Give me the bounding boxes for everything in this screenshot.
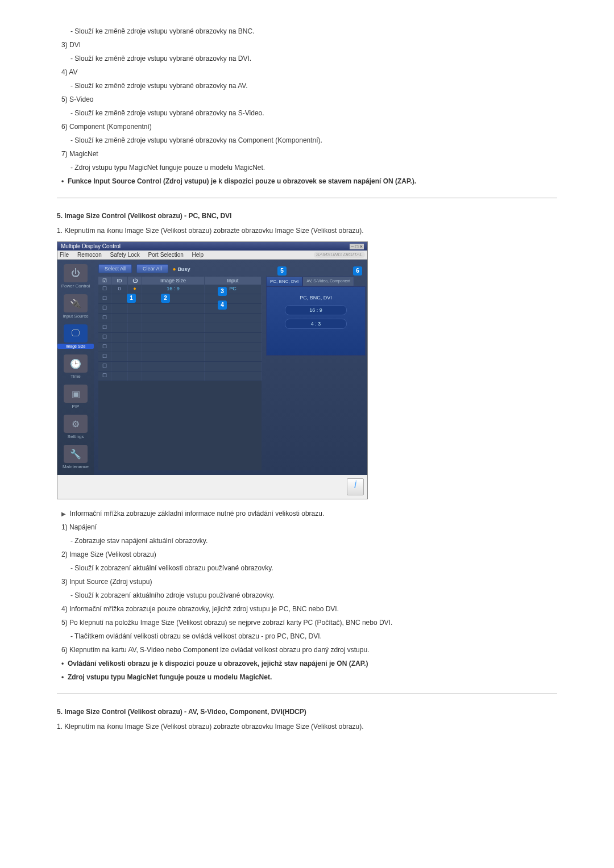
section-5a-step: 1. Klepnutím na ikonu Image Size (Veliko… (57, 226, 557, 236)
item-5: 5) Po klepnutí na položku Image Size (Ve… (57, 617, 557, 628)
text: - Zdroj vstupu typu MagicNet funguje pou… (57, 162, 557, 173)
text: - Slouží ke změně zdroje vstupu vybrané … (57, 135, 557, 145)
text: - Zobrazuje stav napájení aktuální obraz… (57, 536, 557, 546)
menu-file[interactable]: File (60, 252, 69, 258)
time-icon: 🕒 (64, 354, 88, 373)
triangle-icon: ▶ (61, 511, 66, 517)
window-title: Multiple Display Control (61, 243, 121, 249)
callout-3: 3 (218, 287, 227, 296)
tab-pc-bnc-dvi[interactable]: PC, BNC, DVI (266, 277, 302, 286)
sidebar-item-image-size[interactable]: 🖵Image Size (57, 324, 94, 349)
col-input: Input (205, 277, 262, 285)
col-id: ID (111, 277, 128, 285)
table-row[interactable]: ☐ (98, 314, 262, 323)
table-row[interactable]: ☐ (98, 362, 262, 372)
busy-indicator: ● Busy (173, 266, 190, 272)
bottom-list: 1) Napájení - Zobrazuje stav napájení ak… (57, 522, 557, 682)
callout-6: 6 (353, 266, 362, 276)
text: - Slouží ke změně zdroje vstupu vybrané … (57, 108, 557, 118)
ratio-4-3-button[interactable]: 4 : 3 (285, 319, 347, 329)
text: - Slouží k zobrazení aktuální velikosti … (57, 563, 557, 573)
callout-5: 5 (277, 266, 287, 276)
col-check[interactable]: ☑ (98, 277, 111, 285)
top-list: - Slouží ke změně zdroje vstupu vybrané … (57, 26, 557, 186)
col-power: ⏻ (128, 277, 142, 285)
section-5b-title: 5. Image Size Control (Velikost obrazu) … (57, 708, 557, 716)
item-svideo: 5) S-Video (57, 94, 557, 105)
item-image-size: 2) Image Size (Velikost obrazu) (57, 549, 557, 560)
item-magicnet: 7) MagicNet (57, 149, 557, 159)
sidebar: ⏻Power Control 🔌Input Source 🖵Image Size… (57, 260, 94, 475)
grid-header: ☑ ID ⏻ Image Size Input (98, 277, 262, 285)
item-component: 6) Component (Komponentní) (57, 122, 557, 132)
menu-remocon[interactable]: Remocon (77, 252, 102, 258)
item-av: 4) AV (57, 67, 557, 77)
tab-av-svideo-component[interactable]: AV, S-Video, Component (302, 277, 354, 286)
clear-all-button[interactable]: Clear All (136, 264, 168, 273)
item-input-source: 3) Input Source (Zdroj vstupu) (57, 577, 557, 587)
titlebar: Multiple Display Control – □ × (57, 242, 367, 251)
info-button[interactable]: i (347, 478, 364, 495)
app-window: Multiple Display Control – □ × File Remo… (57, 241, 368, 499)
sidebar-item-maintenance[interactable]: 🔧Maintenance (57, 445, 94, 469)
callout-1: 1 (127, 294, 136, 303)
item-6: 6) Klepnutím na kartu AV, S-Video nebo C… (57, 645, 557, 655)
item-dvi: 3) DVI (57, 40, 557, 50)
table-row[interactable]: ☐ (98, 343, 262, 352)
text: - Slouží k zobrazení aktuálního zdroje v… (57, 590, 557, 600)
sidebar-item-pip[interactable]: ▣PIP (57, 385, 94, 409)
info-grid: ☑ ID ⏻ Image Size Input ☐ 0 ● 16 : 9 PC … (98, 277, 262, 470)
item-4: 4) Informační mřížka zobrazuje pouze obr… (57, 604, 557, 614)
settings-icon: ⚙ (64, 415, 88, 433)
control-title: PC, BNC, DVI (271, 295, 360, 301)
table-row[interactable]: ☐ (98, 323, 262, 333)
table-row[interactable]: ☐ (98, 352, 262, 362)
text: - Tlačítkem ovládání velikosti obrazu se… (57, 631, 557, 641)
table-row[interactable]: ☐ (98, 294, 262, 304)
bullet-magicnet: • Zdroj vstupu typu MagicNet funguje pou… (57, 672, 557, 682)
image-size-icon: 🖵 (64, 324, 88, 343)
pip-icon: ▣ (64, 385, 88, 403)
divider (57, 198, 557, 198)
table-row[interactable]: ☐ (98, 333, 262, 343)
text: - Slouží ke změně zdroje vstupu vybrané … (57, 26, 557, 36)
info-line: ▶ Informační mřížka zobrazuje základní i… (57, 508, 557, 519)
footer-bar: i (57, 475, 367, 499)
select-all-button[interactable]: Select All (98, 264, 132, 273)
bullet-on-zap: • Ovládání velikosti obrazu je k dispozi… (57, 658, 557, 669)
text: - Slouží ke změně zdroje vstupu vybrané … (57, 53, 557, 64)
brand-label: SAMSUNG DIGITAL (314, 252, 365, 258)
table-row[interactable]: ☐ (98, 304, 262, 314)
item-napajeni: 1) Napájení (57, 522, 557, 532)
section-5a-title: 5. Image Size Control (Velikost obrazu) … (57, 212, 557, 220)
menu-help[interactable]: Help (192, 252, 204, 258)
menu-safety-lock[interactable]: Safety Lock (110, 252, 140, 258)
control-panel: 5 6 PC, BNC, DVI AV, S-Video, Component … (266, 277, 366, 470)
ratio-16-9-button[interactable]: 16 : 9 (285, 305, 347, 315)
power-icon: ⏻ (64, 264, 88, 282)
section-5b-step: 1. Klepnutím na ikonu Image Size (Veliko… (57, 721, 557, 732)
divider (57, 694, 557, 694)
sidebar-item-input[interactable]: 🔌Input Source (57, 294, 94, 319)
callout-2: 2 (161, 294, 170, 303)
sidebar-item-power[interactable]: ⏻Power Control (57, 264, 94, 289)
text: - Slouží ke změně zdroje vstupu vybrané … (57, 81, 557, 91)
menubar: File Remocon Safety Lock Port Selection … (57, 251, 367, 260)
menu-port-selection[interactable]: Port Selection (148, 252, 184, 258)
maintenance-icon: 🔧 (64, 445, 88, 463)
sidebar-item-settings[interactable]: ⚙Settings (57, 415, 94, 439)
col-image-size: Image Size (142, 277, 205, 285)
input-icon: 🔌 (64, 294, 88, 312)
window-controls[interactable]: – □ × (350, 244, 364, 249)
callout-4: 4 (218, 301, 227, 310)
bullet-note: • Funkce Input Source Control (Zdroj vst… (57, 176, 557, 186)
sidebar-item-time[interactable]: 🕒Time (57, 354, 94, 379)
table-row[interactable]: ☐ (98, 372, 262, 381)
table-row[interactable]: ☐ 0 ● 16 : 9 PC (98, 285, 262, 294)
